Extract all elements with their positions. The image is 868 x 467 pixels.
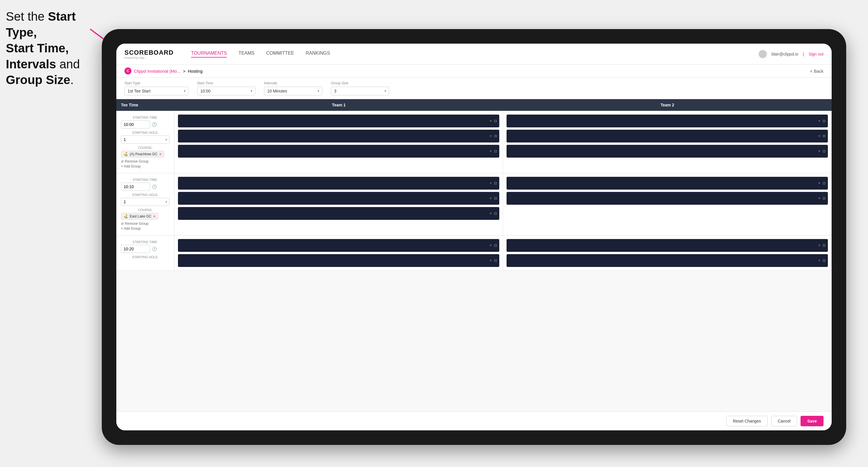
player-expand-btn[interactable]: ⊡: [494, 134, 497, 138]
team2-col-3: × ⊡ × ⊡: [503, 236, 832, 271]
hole-select-2[interactable]: 1: [121, 198, 169, 206]
intervals-label: Intervals: [264, 81, 322, 85]
player-close-btn[interactable]: ×: [818, 119, 820, 123]
starting-time-input-row-2: 🕐: [121, 183, 169, 191]
course-tag-2: ⛳ East Lake GC ×: [121, 213, 158, 220]
back-button[interactable]: < Back: [810, 69, 824, 73]
player-close-btn[interactable]: ×: [818, 196, 820, 200]
intervals-wrapper: 10 Minutes: [264, 87, 322, 95]
course-name-1: (A) Peachtree GC: [130, 152, 157, 156]
player-expand-btn[interactable]: ⊡: [494, 149, 497, 153]
player-expand-btn[interactable]: ⊡: [823, 243, 826, 247]
team1-col-3: × ⊡ × ⊡: [175, 236, 503, 271]
player-row-1-t2-2: × ⊡: [506, 130, 828, 143]
clock-icon-1: 🕐: [152, 122, 157, 127]
annotation-text: Set the Start Type, Start Time, Interval…: [6, 9, 99, 88]
start-type-select[interactable]: 1st Tee Start: [124, 87, 188, 95]
logo: SCOREBOARD Powered by clipp...: [124, 49, 174, 59]
player-expand-btn[interactable]: ⊡: [823, 196, 826, 200]
starting-time-input-row-3: 🕐: [121, 245, 169, 253]
start-time-select[interactable]: 10:00: [197, 87, 255, 95]
player-close-btn[interactable]: ×: [490, 134, 492, 138]
player-close-btn[interactable]: ×: [490, 243, 492, 247]
group-size-group: Group Size 3: [331, 81, 389, 95]
player-row-1-t2-1: × ⊡: [506, 115, 828, 127]
tournament-name[interactable]: Clippd Invitational (Mo...: [134, 69, 181, 73]
player-close-btn[interactable]: ×: [818, 134, 820, 138]
intervals-group: Intervals 10 Minutes: [264, 81, 322, 95]
player-row-2-t1-1: × ⊡: [178, 177, 499, 190]
player-expand-btn[interactable]: ⊡: [823, 258, 826, 262]
nav-tournaments[interactable]: TOURNAMENTS: [191, 51, 227, 58]
tee-time-col-1: STARTING TIME: 🕐 STARTING HOLE: 1 COURSE…: [116, 111, 175, 173]
player-close-btn[interactable]: ×: [490, 196, 492, 200]
player-close-btn[interactable]: ×: [818, 149, 820, 153]
annotation-line4: Group Size: [6, 73, 70, 87]
course-remove-1[interactable]: ×: [159, 152, 161, 156]
player-close-btn[interactable]: ×: [490, 211, 492, 215]
logo-text: SCOREBOARD: [124, 49, 174, 56]
starting-time-input-2[interactable]: [121, 183, 150, 191]
group-row-1: STARTING TIME: 🕐 STARTING HOLE: 1 COURSE…: [116, 111, 832, 173]
add-group-link-2[interactable]: + Add Group: [121, 226, 169, 230]
nav-committee[interactable]: COMMITTEE: [266, 51, 294, 58]
table-header: Tee Time Team 1 Team 2: [116, 99, 832, 111]
group-row-3: STARTING TIME: 🕐 STARTING HOLE: × ⊡: [116, 236, 832, 271]
player-row-2-t1-3: × ⊡: [178, 207, 499, 220]
team2-col-1: × ⊡ × ⊡ × ⊡: [503, 111, 832, 173]
cancel-button[interactable]: Cancel: [771, 416, 797, 426]
team1-col-2: × ⊡ × ⊡ × ⊡: [175, 173, 503, 235]
player-expand-btn[interactable]: ⊡: [823, 134, 826, 138]
starting-time-input-row-1: 🕐: [121, 120, 169, 128]
player-expand-btn[interactable]: ⊡: [494, 243, 497, 247]
player-close-btn[interactable]: ×: [818, 181, 820, 185]
tablet-frame: SCOREBOARD Powered by clipp... TOURNAMEN…: [102, 29, 846, 445]
remove-group-link-1[interactable]: ⊘ Remove Group: [121, 159, 169, 163]
nav-teams[interactable]: TEAMS: [239, 51, 254, 58]
save-button[interactable]: Save: [801, 416, 824, 426]
player-row-2-t2-1: × ⊡: [506, 177, 828, 190]
player-close-btn[interactable]: ×: [490, 181, 492, 185]
starting-time-input-1[interactable]: [121, 120, 150, 128]
start-type-label: Start Type: [124, 81, 188, 85]
intervals-select[interactable]: 10 Minutes: [264, 87, 322, 95]
player-expand-btn[interactable]: ⊡: [494, 258, 497, 262]
subheader: C Clippd Invitational (Mo... > Hosting <…: [116, 65, 832, 77]
logo-sub: Powered by clipp...: [124, 56, 174, 59]
starting-hole-label-3: STARTING HOLE:: [121, 255, 169, 259]
player-close-btn[interactable]: ×: [490, 119, 492, 123]
player-close-btn[interactable]: ×: [490, 258, 492, 262]
group-size-select[interactable]: 3: [331, 87, 389, 95]
breadcrumb-sep: >: [183, 69, 186, 73]
player-close-btn[interactable]: ×: [818, 243, 820, 247]
hole-select-1[interactable]: 1: [121, 135, 169, 144]
tablet-screen: SCOREBOARD Powered by clipp... TOURNAMEN…: [116, 43, 832, 430]
player-expand-btn[interactable]: ⊡: [823, 119, 826, 123]
player-row-1-t2-3: × ⊡: [506, 145, 828, 158]
player-expand-btn[interactable]: ⊡: [494, 119, 497, 123]
sign-out-link[interactable]: Sign out: [809, 52, 824, 56]
hole-select-wrapper-1: 1: [121, 135, 169, 144]
player-expand-btn[interactable]: ⊡: [494, 181, 497, 185]
player-row-actions-1-2: × ⊡: [490, 134, 497, 138]
player-row-actions-1-3: × ⊡: [490, 149, 497, 153]
nav-links: TOURNAMENTS TEAMS COMMITTEE RANKINGS: [191, 51, 747, 58]
add-group-link-1[interactable]: + Add Group: [121, 164, 169, 168]
course-remove-2[interactable]: ×: [153, 214, 156, 218]
player-close-btn[interactable]: ×: [818, 258, 820, 262]
reset-changes-button[interactable]: Reset Changes: [726, 416, 768, 426]
start-type-group: Start Type 1st Tee Start: [124, 81, 188, 95]
player-row-3-t2-1: × ⊡: [506, 239, 828, 252]
remove-group-link-2[interactable]: ⊘ Remove Group: [121, 222, 169, 226]
nav-rankings[interactable]: RANKINGS: [306, 51, 330, 58]
player-close-btn[interactable]: ×: [490, 149, 492, 153]
nav-separator: |: [803, 52, 804, 56]
annotation-line1: Set the Start Type,: [6, 9, 75, 39]
player-expand-btn[interactable]: ⊡: [823, 149, 826, 153]
starting-time-input-3[interactable]: [121, 245, 150, 253]
player-expand-btn[interactable]: ⊡: [494, 211, 497, 215]
player-expand-btn[interactable]: ⊡: [494, 196, 497, 200]
team2-col-2: × ⊡ × ⊡: [503, 173, 832, 235]
player-expand-btn[interactable]: ⊡: [823, 181, 826, 185]
annotation-line2: Start Time,: [6, 41, 69, 55]
